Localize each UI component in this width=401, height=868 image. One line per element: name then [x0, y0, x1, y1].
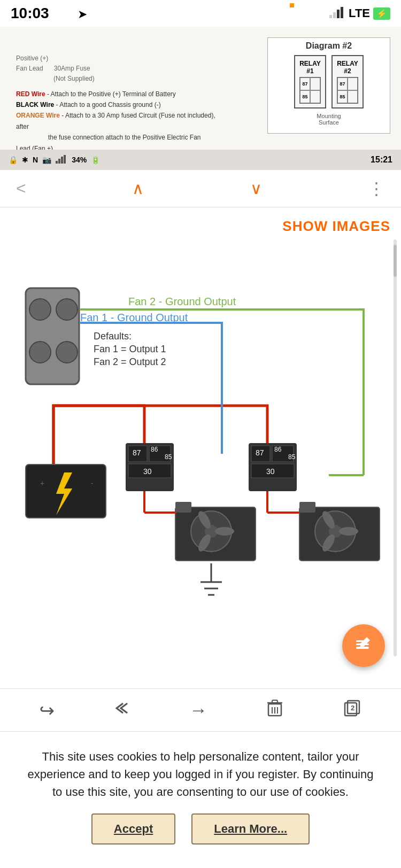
svg-text:86: 86	[151, 446, 158, 453]
reply-all-button[interactable]	[112, 700, 132, 720]
inner-lock-icon: 🔒	[9, 156, 18, 164]
svg-point-44	[215, 527, 234, 536]
main-content: SHOW IMAGES Fan 2 - Ground Output Fan 1 …	[0, 207, 401, 688]
relay-2-label: RELAY#2	[337, 60, 358, 75]
svg-point-54	[339, 527, 358, 536]
svg-text:30: 30	[266, 467, 275, 476]
svg-rect-5	[58, 159, 60, 164]
cookie-buttons: Accept Learn More...	[21, 813, 380, 844]
inner-status-bar: 🔒 ✱ N 📷 34% 🔋 15:21	[0, 150, 401, 170]
svg-rect-63	[175, 502, 191, 513]
reply-button[interactable]: ↩	[40, 700, 55, 721]
svg-text:Fan 2 - Ground Output: Fan 2 - Ground Output	[128, 296, 236, 307]
black-wire-label: BLACK Wire	[16, 101, 54, 108]
svg-rect-4	[56, 161, 58, 164]
wiring-instructions: Positive (+)Fan Lead 30Amp Fuse (Not Sup…	[0, 43, 233, 150]
inner-nfc-icon: N	[33, 156, 38, 164]
edit-icon	[353, 633, 374, 658]
svg-rect-6	[61, 157, 63, 164]
inner-battery-percent: 34%	[72, 156, 87, 164]
relay-1-box: RELAY#1 87 85	[294, 55, 326, 108]
svg-text:30: 30	[143, 467, 152, 476]
svg-text:-: -	[91, 479, 94, 487]
wiring-diagram-image: Positive (+)Fan Lead 30Amp Fuse (Not Sup…	[0, 27, 401, 150]
location-icon: ➤	[78, 7, 87, 21]
relay-row: RELAY#1 87 85 RELAY#2 87 85	[294, 55, 364, 108]
svg-rect-2	[337, 10, 340, 18]
svg-rect-1	[333, 12, 336, 18]
cookie-banner: This site uses cookies to help personali…	[0, 731, 401, 861]
wiring-diagram-area: Fan 2 - Ground Output Fan 1 - Ground Out…	[11, 245, 390, 648]
svg-rect-65	[356, 647, 369, 649]
pages-button[interactable]: 2	[342, 699, 361, 722]
screenshot-top: Positive (+)Fan Lead 30Amp Fuse (Not Sup…	[0, 27, 401, 150]
svg-point-17	[29, 342, 51, 363]
diagram-box: Diagram #2 RELAY#1 87 85 RELAY#2 87	[267, 37, 390, 134]
learn-more-button[interactable]: Learn More...	[191, 813, 310, 844]
fab-edit-button[interactable]	[342, 624, 385, 667]
svg-rect-7	[64, 155, 66, 164]
svg-rect-0	[329, 15, 332, 18]
status-time: 10:03	[11, 5, 49, 22]
relay-1-label: RELAY#1	[299, 60, 321, 75]
inner-battery-icon: 🔋	[91, 156, 100, 164]
svg-text:Fan 2 = Output 2: Fan 2 = Output 2	[94, 356, 166, 367]
svg-text:86: 86	[274, 446, 282, 453]
svg-rect-3	[341, 7, 343, 18]
up-button[interactable]: ∧	[132, 179, 144, 198]
inner-status-left: 🔒 ✱ N 📷 34% 🔋	[9, 155, 100, 165]
back-button[interactable]: <	[16, 179, 26, 198]
inner-time: 15:21	[371, 155, 392, 165]
forward-button[interactable]: →	[189, 700, 207, 720]
svg-text:Defaults:: Defaults:	[94, 331, 132, 342]
show-images-button[interactable]: SHOW IMAGES	[11, 218, 390, 235]
diagram-title: Diagram #2	[306, 41, 352, 51]
scrollbar-thumb	[394, 245, 397, 277]
svg-rect-64	[299, 502, 315, 513]
svg-text:87: 87	[133, 448, 141, 457]
orange-wire-label: ORANGE Wire	[16, 112, 60, 119]
inner-camera-icon: 📷	[42, 156, 51, 164]
svg-text:Fan 1 - Ground Output: Fan 1 - Ground Output	[80, 312, 188, 323]
svg-text:Fan 1 = Output 1: Fan 1 = Output 1	[94, 344, 166, 354]
lte-label: LTE	[349, 6, 370, 20]
delete-button[interactable]	[265, 699, 284, 722]
status-bar: 10:03 ➤ LTE ⚡	[0, 0, 401, 27]
battery-icon: ⚡	[373, 7, 390, 20]
svg-text:85: 85	[288, 453, 296, 461]
svg-text:87: 87	[256, 448, 264, 457]
more-menu-button[interactable]: ⋮	[368, 179, 385, 199]
svg-text:+: +	[40, 479, 44, 487]
svg-point-15	[29, 299, 51, 320]
down-button[interactable]: ∨	[250, 179, 262, 198]
signal-bars	[329, 6, 345, 21]
svg-rect-70	[272, 700, 277, 703]
mounting-label: MountingSurface	[317, 113, 341, 126]
svg-point-16	[56, 299, 78, 320]
status-icons: LTE ⚡	[329, 6, 390, 21]
circuit-diagram-svg: Fan 2 - Ground Output Fan 1 - Ground Out…	[11, 245, 385, 646]
scrollbar-track	[394, 239, 397, 656]
inner-bt-icon: ✱	[22, 156, 28, 164]
svg-text:85: 85	[165, 453, 172, 461]
inner-signal	[56, 155, 67, 165]
nav-bar: < ∧ ∨ ⋮	[0, 170, 401, 207]
bottom-toolbar: ↩ → 2	[0, 688, 401, 731]
svg-point-18	[56, 342, 78, 363]
cookie-text: This site uses cookies to help personali…	[21, 748, 380, 801]
svg-text:2: 2	[351, 704, 354, 712]
red-wire-label: RED Wire	[16, 90, 45, 98]
accept-button[interactable]: Accept	[91, 813, 175, 844]
relay-2-box: RELAY#2 87 85	[331, 55, 364, 108]
